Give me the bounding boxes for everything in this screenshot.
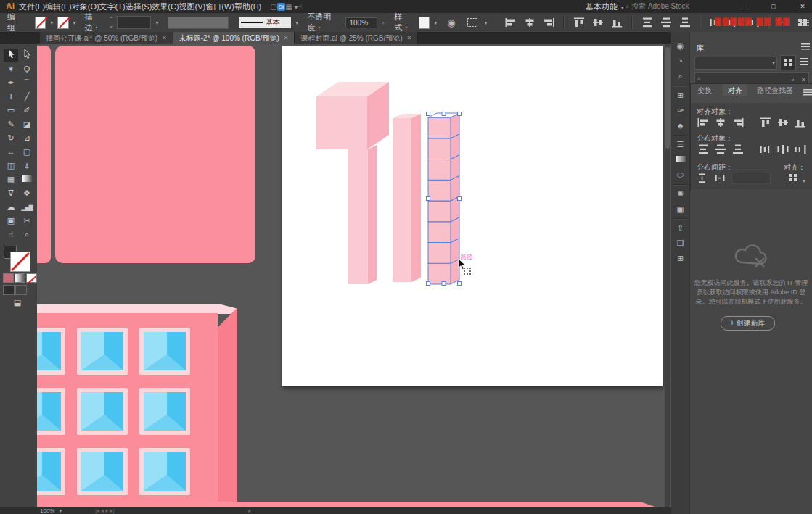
horizontal-distribute-space-icon[interactable]: [715, 173, 726, 183]
lasso-tool[interactable]: Ϙ: [20, 63, 34, 75]
menu-view[interactable]: 视图(V): [179, 1, 206, 12]
menu-file[interactable]: 文件(F): [19, 1, 45, 12]
appearance-panel-icon[interactable]: ✺: [671, 187, 689, 200]
create-new-library-button[interactable]: + 创建新库: [721, 316, 775, 331]
menu-edit[interactable]: 编辑(E): [45, 1, 72, 12]
color-guide-panel-icon[interactable]: ◔: [671, 54, 689, 67]
gradient-tool[interactable]: [20, 173, 34, 186]
adobe-stock-icon[interactable]: St: [277, 3, 286, 11]
graphic-styles-panel-icon[interactable]: ▣: [671, 202, 689, 215]
tab-transform[interactable]: 变换: [692, 84, 717, 96]
rectangle-tool[interactable]: ▭: [4, 104, 18, 117]
artboard-tool[interactable]: ▣: [4, 215, 18, 227]
align-center-icon[interactable]: [715, 117, 726, 128]
symbols-panel-icon[interactable]: ♣: [671, 119, 689, 132]
artboard-navigation[interactable]: |◂ ◂ ▸ ▸|: [95, 507, 115, 514]
panel-menu-icon[interactable]: [799, 17, 811, 28]
align-bottom-icon[interactable]: [611, 17, 623, 28]
brushes-panel-icon[interactable]: ✑: [671, 104, 689, 117]
menu-type[interactable]: 文字(T): [99, 1, 126, 12]
vertical-distribute-space-icon[interactable]: [697, 173, 709, 183]
shape-builder-tool[interactable]: ◫: [4, 159, 18, 172]
menu-effect[interactable]: 效果(C): [152, 1, 179, 12]
distribute-top-icon[interactable]: [697, 144, 709, 154]
curvature-tool[interactable]: ⌒: [20, 77, 34, 89]
distribute-middle-icon[interactable]: [660, 17, 672, 28]
type-tool[interactable]: T: [4, 91, 18, 103]
libraries-panel-menu-icon[interactable]: [800, 41, 811, 51]
symbol-sprayer-tool[interactable]: ☁: [4, 201, 18, 213]
color-button[interactable]: [3, 273, 14, 283]
align-bottom-icon[interactable]: [795, 117, 806, 128]
chevron-down-icon[interactable]: ▾: [59, 508, 62, 514]
paintbrush-tool[interactable]: ✐: [20, 104, 34, 117]
chevron-down-icon[interactable]: ▾: [434, 20, 437, 26]
distribute-bottom-icon[interactable]: [732, 144, 744, 154]
screen-mode-button[interactable]: ⬓: [10, 297, 25, 309]
tab-align[interactable]: 对齐: [723, 84, 747, 96]
menu-select[interactable]: 选择(S): [126, 1, 152, 12]
align-right-icon[interactable]: [543, 17, 554, 28]
layers-panel-icon[interactable]: ❏: [671, 236, 689, 249]
align-middle-icon[interactable]: [592, 17, 604, 28]
chevron-down-icon[interactable]: ▾: [73, 20, 76, 26]
width-tool[interactable]: ↔: [4, 146, 18, 158]
line-segment-tool[interactable]: ╱: [20, 91, 34, 103]
none-button[interactable]: [26, 273, 37, 283]
menu-help[interactable]: 帮助(H): [234, 1, 261, 12]
document-tab-3[interactable]: 课程封面.ai @ 25% (RGB/预览)✕: [295, 32, 418, 44]
align-left-icon[interactable]: [697, 117, 709, 128]
close-tab-icon[interactable]: ✕: [162, 35, 167, 41]
gradient-panel-icon[interactable]: [671, 153, 689, 166]
slice-tool[interactable]: ✂: [20, 215, 34, 227]
chevron-right-icon[interactable]: ›: [382, 20, 384, 26]
artboards-panel-icon[interactable]: ⊞: [671, 252, 689, 265]
menu-window[interactable]: 窗口(W): [205, 1, 234, 12]
document-tab-2[interactable]: 未标题-2* @ 100% (RGB/预览)✕: [173, 32, 295, 44]
touch-workspace-icon[interactable]: ☝: [298, 3, 303, 11]
stroke-color-swatch[interactable]: [57, 17, 68, 29]
list-view-button[interactable]: [797, 55, 811, 69]
blend-tool[interactable]: ❖: [20, 187, 34, 199]
align-top-icon[interactable]: [760, 117, 771, 128]
distribute-right-icon[interactable]: [795, 144, 806, 154]
align-left-icon[interactable]: [505, 17, 517, 28]
align-right-icon[interactable]: [732, 117, 744, 128]
close-button[interactable]: ✕: [793, 1, 812, 12]
chevron-down-icon[interactable]: ▾: [295, 20, 298, 26]
tab-libraries[interactable]: 库: [696, 43, 704, 54]
selection-tool[interactable]: [4, 49, 18, 62]
stroke-color-indicator[interactable]: [10, 252, 30, 272]
menu-object[interactable]: 对象(O): [72, 1, 99, 12]
minimize-button[interactable]: ─: [735, 1, 754, 12]
recolor-artwork-icon[interactable]: ◉: [447, 17, 455, 28]
align-middle-icon[interactable]: [777, 117, 789, 128]
distribute-hcenter-icon[interactable]: [777, 144, 789, 154]
stroke-weight-field[interactable]: [117, 16, 152, 29]
direct-selection-tool[interactable]: [20, 49, 34, 62]
close-panel-icon[interactable]: ✕: [801, 77, 806, 83]
fill-color-swatch[interactable]: [35, 17, 46, 29]
chevron-down-icon[interactable]: ▾: [50, 20, 53, 26]
align-to-dropdown[interactable]: ▾: [785, 173, 807, 186]
document-tab-1[interactable]: 插画公开课.ai* @ 50% (RGB/预览)✕: [40, 32, 173, 44]
tab-pathfinder[interactable]: 路径查找器: [752, 84, 798, 96]
collapse-panel-icon[interactable]: «: [791, 77, 794, 83]
arrange-documents-icon[interactable]: ▦ ▾: [285, 3, 298, 11]
eyedropper-tool[interactable]: ∇: [4, 187, 18, 199]
recolor-artwork-panel-icon[interactable]: ⌕: [671, 70, 689, 83]
scale-tool[interactable]: ⊿: [20, 132, 34, 144]
width-profile-dropdown[interactable]: [168, 17, 229, 29]
workspace-switcher[interactable]: 基本功能 ▾: [586, 1, 626, 12]
shaper-tool[interactable]: ✎: [4, 118, 18, 130]
grid-view-button[interactable]: [780, 55, 796, 70]
align-center-icon[interactable]: [524, 17, 536, 28]
share-document-icon[interactable]: ▢: [270, 3, 276, 11]
transparency-panel-icon[interactable]: ⬭: [671, 168, 689, 181]
mesh-tool[interactable]: ▦: [4, 173, 18, 186]
artwork-pink-board[interactable]: [55, 46, 255, 263]
artwork-pink-board-sliver[interactable]: [37, 46, 51, 263]
brush-definition-dropdown[interactable]: 基本: [239, 17, 291, 28]
artwork-building[interactable]: [37, 303, 237, 507]
scrollbar-thumb[interactable]: [665, 47, 670, 149]
